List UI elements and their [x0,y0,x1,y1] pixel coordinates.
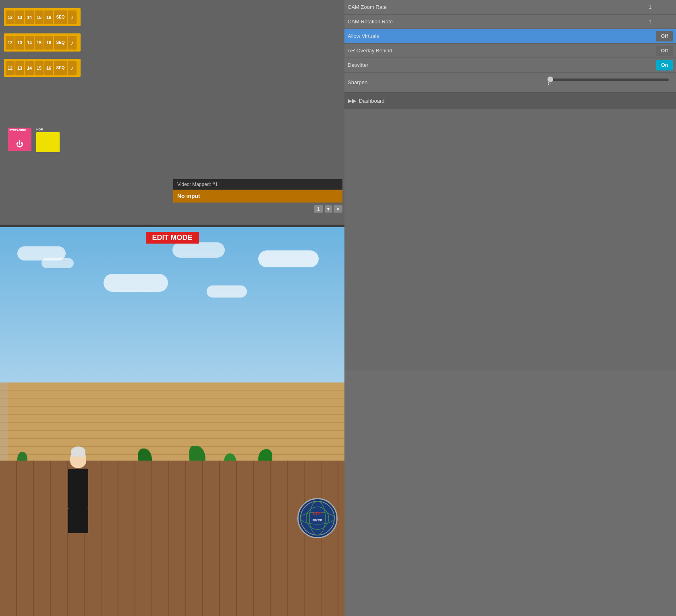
ch-btn-14-r3[interactable]: 14 [25,61,34,75]
ch-btn-13-r2[interactable]: 13 [15,36,24,50]
dashboard-arrow-icon: ▶▶ [348,97,357,104]
settings-panel: CAM Zoom Rate 1 CAM Rotation Rate 1 Allo… [344,0,676,616]
ch-btn-15-r1[interactable]: 15 [35,10,44,24]
svg-point-0 [301,501,334,535]
wave-btn-r1[interactable]: ♪ [68,10,77,24]
cam-zoom-rate-label: CAM Zoom Rate [348,4,649,10]
ch-btn-15-r3[interactable]: 15 [35,61,44,75]
ar-overlay-label: AR Overlay Behind [348,48,656,54]
video-info: Video: Mapped: #1 No input [173,179,342,203]
allow-virtuals-row: Allow Virtuals Off [344,29,676,43]
allow-virtuals-toggle[interactable]: Off [656,31,673,41]
streaming-label: STREAMING [9,129,26,132]
right-panel: CAM Zoom Rate 1 CAM Rotation Rate 1 Allo… [344,0,676,616]
main-area: 12 13 14 15 16 SEQ ♪ 12 13 14 15 16 SEQ … [0,0,344,616]
detwitter-label: Detwitter [348,62,656,68]
video-title-bar: Video: Mapped: #1 [173,179,342,190]
deck-layer [0,461,344,616]
sharpen-slider[interactable] [548,79,669,81]
avatar-hair [71,446,85,457]
ar-overlay-row: AR Overlay Behind Off [344,43,676,58]
controls-row: 1 ▾ ✕ [314,205,342,213]
avatar-head [70,450,86,468]
detwitter-on-btn[interactable]: On [656,60,673,70]
sharpen-row: Sharpen 0 [344,72,676,93]
ch-btn-16-r1[interactable]: 16 [44,10,53,24]
seq-btn-r1[interactable]: SEQ [54,10,67,24]
top-section: 12 13 14 15 16 SEQ ♪ 12 13 14 15 16 SEQ … [0,0,344,225]
allow-virtuals-off-btn[interactable]: Off [656,31,673,41]
allow-virtuals-label: Allow Virtuals [348,33,656,39]
ch-btn-14-r2[interactable]: 14 [25,36,34,50]
channel-row-3: 12 13 14 15 16 SEQ ♪ [4,59,81,77]
svg-text:国际贸易: 国际贸易 [313,519,322,522]
avatar [62,450,94,530]
video-status-bar: No input [173,190,342,203]
streaming-tile[interactable]: STREAMING ⏻ [8,128,31,151]
cloud-4 [172,242,225,258]
ctrl-arrow-down[interactable]: ▾ [325,205,332,213]
bottom-panel [344,109,676,370]
cloud-3 [104,274,168,292]
cam-rotation-rate-row: CAM Rotation Rate 1 [344,14,676,29]
ch-btn-14-r1[interactable]: 14 [25,10,34,24]
hdr-box[interactable] [36,132,60,152]
channel-row-2: 12 13 14 15 16 SEQ ♪ [4,33,81,52]
sharpen-label: Sharpen [348,79,548,85]
ch-btn-13-r3[interactable]: 13 [15,61,24,75]
avatar-legs [68,509,88,533]
cloud-5 [207,285,247,298]
ctrl-number: 1 [314,205,323,213]
detwitter-row: Detwitter On [344,58,676,72]
ch-btn-12-r1[interactable]: 12 [6,10,15,24]
logo-circle: CITE 国际贸易 [297,498,338,538]
edit-section: EDIT MODE [0,227,344,616]
ar-overlay-toggle[interactable]: Off [656,45,673,56]
cam-zoom-rate-value: 1 [649,4,673,10]
detwitter-toggle[interactable]: On [656,60,673,70]
cloud-2 [41,258,74,268]
ar-overlay-off-btn[interactable]: Off [656,45,673,56]
ch-btn-13-r1[interactable]: 13 [15,10,24,24]
ctrl-close-btn[interactable]: ✕ [334,205,342,213]
hdr-tile: HDR [36,128,60,152]
dashboard-label: Dashboard [359,98,385,104]
ch-btn-12-r2[interactable]: 12 [6,36,15,50]
power-icon: ⏻ [16,140,23,149]
wave-btn-r3[interactable]: ♪ [68,61,77,75]
ch-btn-16-r3[interactable]: 16 [44,61,53,75]
tiles-area: STREAMING ⏻ HDR [4,124,64,156]
edit-mode-banner: EDIT MODE [145,232,199,244]
cam-rotation-rate-label: CAM Rotation Rate [348,19,649,25]
seq-btn-r2[interactable]: SEQ [54,36,67,50]
ch-btn-15-r2[interactable]: 15 [35,36,44,50]
dashboard-row[interactable]: ▶▶ Dashboard [344,93,676,109]
hdr-label: HDR [36,128,43,131]
cloud-6 [258,250,319,267]
cam-zoom-rate-row: CAM Zoom Rate 1 [344,0,676,14]
sharpen-thumb[interactable] [547,76,553,82]
channel-row-1: 12 13 14 15 16 SEQ ♪ [4,8,81,26]
cam-rotation-rate-value: 1 [649,19,673,25]
seq-btn-r3[interactable]: SEQ [54,61,67,75]
avatar-body [68,469,88,509]
preview-scene: CITE 国际贸易 [0,227,344,616]
svg-text:CITE: CITE [313,512,322,516]
wave-btn-r2[interactable]: ♪ [68,36,77,50]
ch-btn-12-r3[interactable]: 12 [6,61,15,75]
ch-btn-16-r2[interactable]: 16 [44,36,53,50]
